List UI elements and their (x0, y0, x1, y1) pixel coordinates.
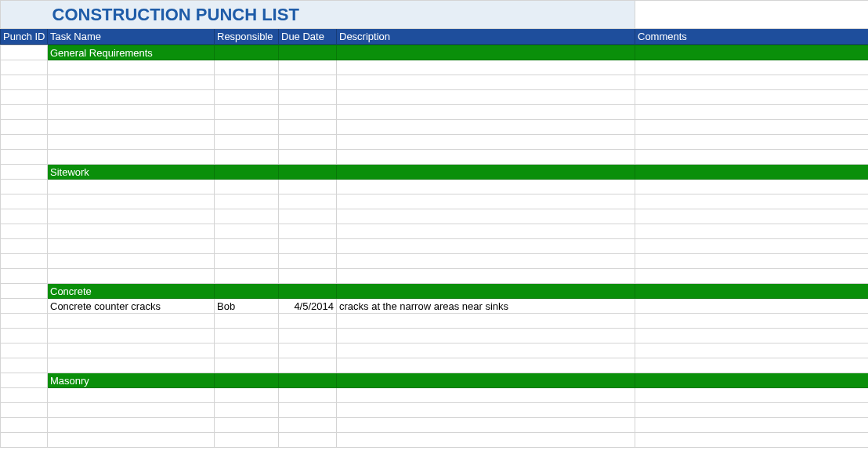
empty-cell[interactable] (279, 329, 337, 344)
empty-cell[interactable] (337, 105, 635, 120)
empty-cell[interactable] (1, 358, 48, 373)
empty-cell[interactable] (48, 105, 215, 120)
empty-cell[interactable] (279, 105, 337, 120)
empty-cell[interactable] (48, 135, 215, 150)
empty-cell[interactable] (279, 209, 337, 224)
section-name[interactable]: Sitework (48, 165, 215, 180)
empty-cell[interactable] (337, 150, 635, 165)
empty-cell[interactable] (635, 388, 869, 403)
empty-cell[interactable] (337, 224, 635, 239)
empty-cell[interactable] (1, 314, 48, 329)
section-cell[interactable] (337, 284, 635, 299)
section-cell[interactable] (215, 165, 279, 180)
empty-cell[interactable] (215, 344, 279, 358)
empty-cell[interactable] (635, 358, 869, 373)
empty-cell[interactable] (279, 90, 337, 105)
empty-cell[interactable] (48, 60, 215, 75)
empty-cell[interactable] (635, 105, 869, 120)
empty-cell[interactable] (337, 418, 635, 433)
empty-cell[interactable] (48, 314, 215, 329)
empty-cell[interactable] (635, 150, 869, 165)
empty-cell[interactable] (48, 120, 215, 135)
empty-cell[interactable] (48, 403, 215, 418)
empty-cell[interactable] (215, 358, 279, 373)
empty-cell[interactable] (48, 329, 215, 344)
empty-cell[interactable] (48, 433, 215, 448)
empty-cell[interactable] (635, 194, 869, 209)
empty-cell[interactable] (1, 344, 48, 358)
section-cell[interactable] (635, 373, 869, 388)
empty-cell[interactable] (215, 194, 279, 209)
data-cell[interactable]: 4/5/2014 (279, 299, 337, 314)
section-cell[interactable] (215, 373, 279, 388)
empty-cell[interactable] (1, 224, 48, 239)
data-cell[interactable] (635, 299, 869, 314)
empty-cell[interactable] (337, 239, 635, 254)
empty-cell[interactable] (215, 135, 279, 150)
empty-cell[interactable] (215, 403, 279, 418)
empty-cell[interactable] (279, 358, 337, 373)
empty-cell[interactable] (635, 120, 869, 135)
empty-cell[interactable] (215, 433, 279, 448)
empty-cell[interactable] (1, 75, 48, 90)
section-cell[interactable] (1, 165, 48, 180)
empty-cell[interactable] (337, 329, 635, 344)
empty-cell[interactable] (337, 269, 635, 284)
empty-cell[interactable] (279, 120, 337, 135)
empty-cell[interactable] (48, 150, 215, 165)
empty-cell[interactable] (279, 269, 337, 284)
empty-cell[interactable] (48, 269, 215, 284)
empty-cell[interactable] (279, 150, 337, 165)
empty-cell[interactable] (279, 194, 337, 209)
empty-cell[interactable] (279, 388, 337, 403)
empty-cell[interactable] (635, 433, 869, 448)
empty-cell[interactable] (48, 224, 215, 239)
empty-cell[interactable] (279, 433, 337, 448)
empty-cell[interactable] (48, 75, 215, 90)
empty-cell[interactable] (279, 403, 337, 418)
empty-cell[interactable] (48, 418, 215, 433)
empty-cell[interactable] (1, 254, 48, 269)
section-cell[interactable] (215, 45, 279, 60)
empty-cell[interactable] (635, 180, 869, 194)
section-cell[interactable] (279, 284, 337, 299)
empty-cell[interactable] (279, 239, 337, 254)
empty-cell[interactable] (1, 120, 48, 135)
empty-cell[interactable] (635, 209, 869, 224)
empty-cell[interactable] (635, 314, 869, 329)
empty-cell[interactable] (48, 194, 215, 209)
empty-cell[interactable] (279, 180, 337, 194)
empty-cell[interactable] (337, 388, 635, 403)
empty-cell[interactable] (635, 329, 869, 344)
empty-cell[interactable] (215, 60, 279, 75)
empty-cell[interactable] (1, 105, 48, 120)
section-cell[interactable] (279, 373, 337, 388)
empty-cell[interactable] (1, 239, 48, 254)
empty-cell[interactable] (1, 194, 48, 209)
empty-cell[interactable] (337, 75, 635, 90)
empty-cell[interactable] (1, 60, 48, 75)
empty-cell[interactable] (279, 75, 337, 90)
empty-cell[interactable] (215, 314, 279, 329)
empty-cell[interactable] (337, 433, 635, 448)
empty-cell[interactable] (215, 388, 279, 403)
empty-cell[interactable] (635, 418, 869, 433)
section-cell[interactable] (635, 45, 869, 60)
empty-cell[interactable] (635, 269, 869, 284)
empty-cell[interactable] (48, 254, 215, 269)
empty-cell[interactable] (48, 90, 215, 105)
section-name[interactable]: Concrete (48, 284, 215, 299)
empty-cell[interactable] (635, 75, 869, 90)
section-name[interactable]: Masonry (48, 373, 215, 388)
empty-cell[interactable] (337, 344, 635, 358)
empty-cell[interactable] (279, 135, 337, 150)
empty-cell[interactable] (635, 60, 869, 75)
section-cell[interactable] (279, 165, 337, 180)
section-cell[interactable] (215, 284, 279, 299)
empty-cell[interactable] (48, 358, 215, 373)
empty-cell[interactable] (1, 403, 48, 418)
empty-cell[interactable] (215, 105, 279, 120)
empty-cell[interactable] (215, 209, 279, 224)
empty-cell[interactable] (1, 180, 48, 194)
section-cell[interactable] (337, 165, 635, 180)
